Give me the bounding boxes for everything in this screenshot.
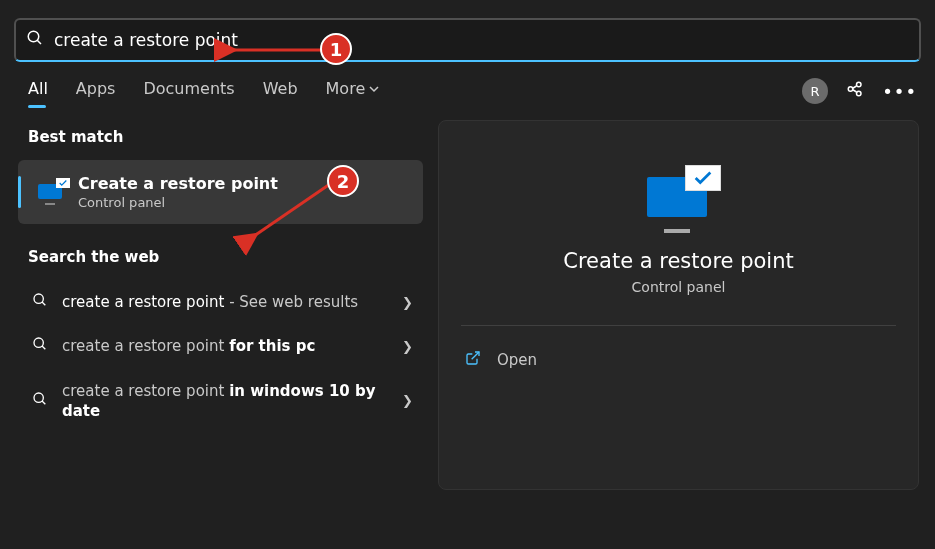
web-result[interactable]: create a restore point in windows 10 by … <box>18 369 423 434</box>
svg-point-4 <box>857 91 862 96</box>
annotation-arrow-2 <box>248 178 338 248</box>
svg-line-5 <box>853 86 857 88</box>
annotation-callout-1: 1 <box>320 33 352 65</box>
svg-point-3 <box>857 82 862 87</box>
share-icon[interactable] <box>846 80 864 102</box>
svg-point-11 <box>34 393 43 402</box>
chevron-right-icon: ❯ <box>402 339 413 354</box>
svg-point-0 <box>28 31 39 42</box>
search-icon <box>26 29 44 51</box>
avatar[interactable]: R <box>802 78 828 104</box>
search-bar[interactable] <box>14 18 921 62</box>
svg-point-7 <box>34 294 43 303</box>
web-result[interactable]: create a restore point for this pc ❯ <box>18 324 423 368</box>
chevron-right-icon: ❯ <box>402 295 413 310</box>
tab-documents[interactable]: Documents <box>143 79 234 104</box>
annotation-callout-2: 2 <box>327 165 359 197</box>
divider <box>461 325 896 326</box>
open-button[interactable]: Open <box>461 340 896 380</box>
web-result[interactable]: create a restore point - See web results… <box>18 280 423 324</box>
web-result-text: create a restore point in windows 10 by … <box>62 381 388 422</box>
open-external-icon <box>465 350 481 370</box>
search-web-header: Search the web <box>28 248 423 266</box>
detail-title: Create a restore point <box>563 249 793 273</box>
svg-line-15 <box>254 184 330 236</box>
chevron-down-icon <box>369 79 379 98</box>
best-match-header: Best match <box>28 128 423 146</box>
search-icon <box>32 292 48 312</box>
more-options-icon[interactable]: ••• <box>882 81 917 102</box>
annotation-arrow-1 <box>226 40 326 60</box>
monitor-restore-icon-large <box>643 165 715 227</box>
search-icon <box>32 336 48 356</box>
svg-point-2 <box>848 87 853 92</box>
tab-more-label: More <box>326 79 366 98</box>
open-label: Open <box>497 351 537 369</box>
search-icon <box>32 391 48 411</box>
best-match-result[interactable]: Create a restore point Control panel <box>18 160 423 224</box>
web-result-text: create a restore point for this pc <box>62 336 388 356</box>
tab-web[interactable]: Web <box>263 79 298 104</box>
monitor-restore-icon <box>38 181 66 203</box>
web-result-text: create a restore point - See web results <box>62 292 388 312</box>
tab-all[interactable]: All <box>28 79 48 104</box>
detail-panel: Create a restore point Control panel Ope… <box>438 120 919 490</box>
tabs: All Apps Documents Web More <box>28 79 379 104</box>
svg-point-9 <box>34 338 43 347</box>
svg-line-10 <box>42 346 45 349</box>
tab-more[interactable]: More <box>326 79 380 104</box>
search-input[interactable] <box>54 30 909 50</box>
svg-line-1 <box>37 40 41 44</box>
chevron-right-icon: ❯ <box>402 393 413 408</box>
svg-line-12 <box>42 401 45 404</box>
svg-line-8 <box>42 302 45 305</box>
tab-apps[interactable]: Apps <box>76 79 116 104</box>
svg-line-13 <box>472 352 479 359</box>
detail-subtitle: Control panel <box>632 279 726 295</box>
svg-line-6 <box>853 90 857 92</box>
